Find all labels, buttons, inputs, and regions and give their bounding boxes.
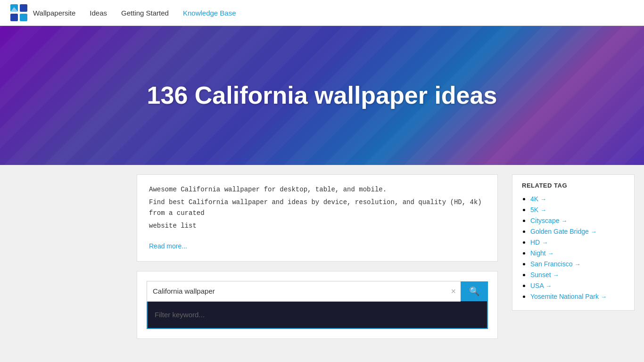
search-icon: 🔍 bbox=[469, 286, 479, 296]
nav-logo[interactable] bbox=[9, 3, 28, 22]
arrow-icon: → bbox=[601, 293, 607, 300]
hero-banner: 136 California wallpaper ideas bbox=[0, 26, 644, 165]
right-sidebar: RELATED TAG 4K → 5K → Cityscape → Golden… bbox=[507, 165, 644, 358]
related-tag-list: 4K → 5K → Cityscape → Golden Gate Bridge… bbox=[522, 195, 625, 301]
navbar: Wallpapersite Ideas Getting Started Know… bbox=[0, 0, 644, 26]
arrow-icon: → bbox=[548, 250, 554, 257]
tag-link-night[interactable]: Night → bbox=[530, 249, 554, 257]
list-item: Sunset → bbox=[530, 271, 625, 279]
hero-title: 136 California wallpaper ideas bbox=[147, 81, 497, 110]
tag-link-5k[interactable]: 5K → bbox=[530, 206, 546, 214]
tag-link-sunset[interactable]: Sunset → bbox=[530, 271, 559, 279]
arrow-icon: → bbox=[540, 206, 546, 214]
description-line1: Awesome California wallpaper for desktop… bbox=[149, 184, 486, 195]
arrow-icon: → bbox=[545, 282, 552, 289]
nav-links: Wallpapersite Ideas Getting Started Know… bbox=[33, 9, 236, 17]
nav-link-ideas[interactable]: Ideas bbox=[90, 9, 107, 17]
logo-icon bbox=[9, 3, 28, 22]
main-layout: Awesome California wallpaper for desktop… bbox=[0, 165, 644, 358]
center-content: Awesome California wallpaper for desktop… bbox=[127, 165, 507, 358]
nav-link-wallpapersite[interactable]: Wallpapersite bbox=[33, 9, 75, 17]
search-button[interactable]: 🔍 bbox=[461, 281, 488, 301]
search-row: × 🔍 bbox=[147, 281, 488, 302]
svg-rect-3 bbox=[20, 14, 27, 21]
description-line3: website list bbox=[149, 221, 486, 231]
related-tag-title: RELATED TAG bbox=[522, 182, 625, 189]
list-item: Yosemite National Park → bbox=[530, 292, 625, 301]
description-box: Awesome California wallpaper for desktop… bbox=[137, 174, 498, 262]
tag-link-san-francisco[interactable]: San Francisco → bbox=[530, 260, 580, 268]
list-item: 4K → bbox=[530, 195, 625, 203]
search-clear-button[interactable]: × bbox=[451, 287, 456, 296]
search-input[interactable] bbox=[147, 281, 461, 301]
list-item: USA → bbox=[530, 281, 625, 290]
list-item: 5K → bbox=[530, 206, 625, 214]
tag-link-golden-gate[interactable]: Golden Gate Bridge → bbox=[530, 228, 597, 235]
tag-link-hd[interactable]: HD → bbox=[530, 239, 548, 246]
read-more-link[interactable]: Read more... bbox=[149, 241, 187, 251]
tag-link-cityscape[interactable]: Cityscape → bbox=[530, 217, 567, 224]
svg-rect-1 bbox=[20, 4, 27, 12]
related-tag-box: RELATED TAG 4K → 5K → Cityscape → Golden… bbox=[512, 174, 635, 311]
list-item: Night → bbox=[530, 249, 625, 257]
search-input-wrap: × bbox=[147, 281, 461, 302]
filter-box bbox=[147, 301, 488, 329]
list-item: San Francisco → bbox=[530, 260, 625, 268]
list-item: HD → bbox=[530, 238, 625, 247]
arrow-icon: → bbox=[540, 196, 546, 203]
nav-link-getting-started[interactable]: Getting Started bbox=[121, 9, 169, 17]
search-box: × 🔍 bbox=[137, 271, 498, 339]
left-sidebar bbox=[0, 165, 127, 358]
nav-link-knowledge-base[interactable]: Knowledge Base bbox=[183, 9, 236, 17]
list-item: Cityscape → bbox=[530, 216, 625, 225]
filter-input[interactable] bbox=[155, 308, 480, 321]
description-line2: Find best California wallpaper and ideas… bbox=[149, 197, 486, 218]
arrow-icon: → bbox=[553, 272, 559, 279]
tag-link-4k[interactable]: 4K → bbox=[530, 195, 546, 203]
arrow-icon: → bbox=[574, 261, 580, 268]
arrow-icon: → bbox=[542, 239, 548, 246]
arrow-icon: → bbox=[561, 217, 567, 224]
list-item: Golden Gate Bridge → bbox=[530, 227, 625, 236]
tag-link-usa[interactable]: USA → bbox=[530, 282, 552, 289]
tag-link-yosemite[interactable]: Yosemite National Park → bbox=[530, 293, 607, 300]
svg-rect-2 bbox=[10, 14, 18, 21]
arrow-icon: → bbox=[591, 228, 597, 235]
